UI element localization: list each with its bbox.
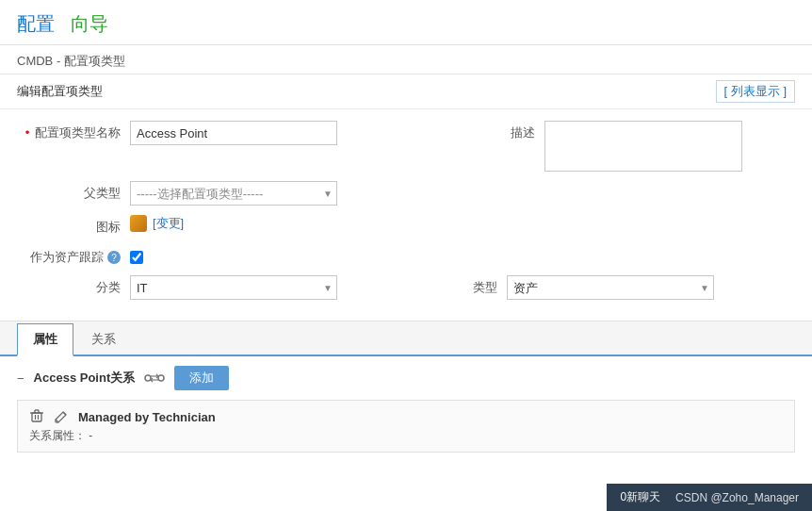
category-group: 分类 IT (17, 275, 337, 300)
category-select[interactable]: IT (130, 275, 337, 300)
add-relation-button[interactable]: 添加 (174, 366, 229, 390)
relation-section: − Access Point关系 添加 (0, 356, 812, 462)
name-label: • 配置项类型名称 (17, 121, 130, 145)
category-type-row: 分类 IT 类型 资产 (17, 275, 795, 300)
desc-label: 描述 (431, 121, 544, 145)
delete-icon[interactable] (29, 408, 44, 426)
subheader-row: 编辑配置项类型 [ 列表显示 ] (0, 74, 812, 109)
asset-label: 作为资产跟踪 ? (17, 249, 130, 266)
parent-select-wrapper: -----选择配置项类型----- (130, 181, 337, 206)
required-star: • (25, 125, 30, 140)
breadcrumb-text: CMDB - 配置项类型 (17, 54, 125, 68)
svg-point-1 (158, 375, 164, 381)
bottom-bar: 0新聊天 CSDN @Zoho_Manager (607, 484, 812, 511)
desc-textarea[interactable] (544, 121, 742, 172)
type-select[interactable]: 资产 (507, 275, 714, 300)
help-icon[interactable]: ? (107, 251, 121, 264)
type-select-wrapper: 资产 (507, 275, 714, 300)
relation-header: − Access Point关系 添加 (17, 366, 795, 390)
collapse-icon[interactable]: − (17, 371, 24, 386)
icon-label: 图标 (17, 215, 130, 239)
tab-relation[interactable]: 关系 (75, 323, 132, 356)
desc-row: 描述 (431, 121, 742, 172)
parent-row: 父类型 -----选择配置项类型----- (17, 181, 795, 206)
form-area: • 配置项类型名称 描述 父类型 -----选择配置项类型----- (0, 109, 812, 321)
svg-line-11 (63, 412, 66, 415)
relation-property: 关系属性： - (29, 428, 783, 444)
type-group: 类型 资产 (394, 275, 714, 300)
parent-select[interactable]: -----选择配置项类型----- (130, 181, 337, 206)
breadcrumb: CMDB - 配置项类型 (0, 45, 812, 74)
category-select-wrapper: IT (130, 275, 337, 300)
list-view-link[interactable]: [ 列表显示 ] (716, 80, 795, 103)
chat-count: 0新聊天 (620, 489, 660, 505)
form-row-name-desc: • 配置项类型名称 描述 (17, 121, 795, 172)
edit-icon[interactable] (54, 408, 69, 426)
change-icon-link[interactable]: [变更] (153, 215, 184, 232)
asset-row: 作为资产跟踪 ? (17, 249, 795, 266)
asset-checkbox[interactable] (130, 251, 143, 264)
type-label: 类型 (394, 275, 507, 300)
tab-attr[interactable]: 属性 (17, 323, 73, 356)
title-blue: 配置 (17, 13, 55, 34)
subheader-title: 编辑配置项类型 (17, 83, 103, 100)
icon-group: [变更] (130, 215, 184, 232)
page-wrapper: 配置 向导 CMDB - 配置项类型 编辑配置项类型 [ 列表显示 ] • 配置… (0, 0, 812, 511)
network-icon (144, 371, 165, 386)
tabs-bar: 属性 关系 (0, 321, 812, 356)
relation-item: Managed by Technician 关系属性： - (17, 400, 795, 453)
page-header: 配置 向导 (0, 0, 812, 45)
relation-item-header: Managed by Technician (29, 408, 783, 426)
svg-point-0 (145, 375, 151, 381)
icon-image (130, 215, 147, 232)
title-green: 向导 (71, 13, 108, 34)
asset-checkbox-wrapper (130, 251, 143, 264)
chat-badge[interactable]: 0新聊天 (620, 489, 660, 505)
name-row: • 配置项类型名称 (17, 121, 337, 172)
chat-manager: CSDN @Zoho_Manager (675, 491, 799, 504)
relation-title: Access Point关系 (34, 370, 136, 387)
parent-label: 父类型 (17, 181, 130, 206)
svg-rect-4 (32, 413, 41, 421)
icon-row: 图标 [变更] (17, 215, 795, 239)
name-input[interactable] (130, 121, 337, 145)
category-label: 分类 (17, 275, 130, 300)
page-title: 配置 向导 (17, 11, 795, 37)
relation-item-name: Managed by Technician (78, 410, 216, 424)
